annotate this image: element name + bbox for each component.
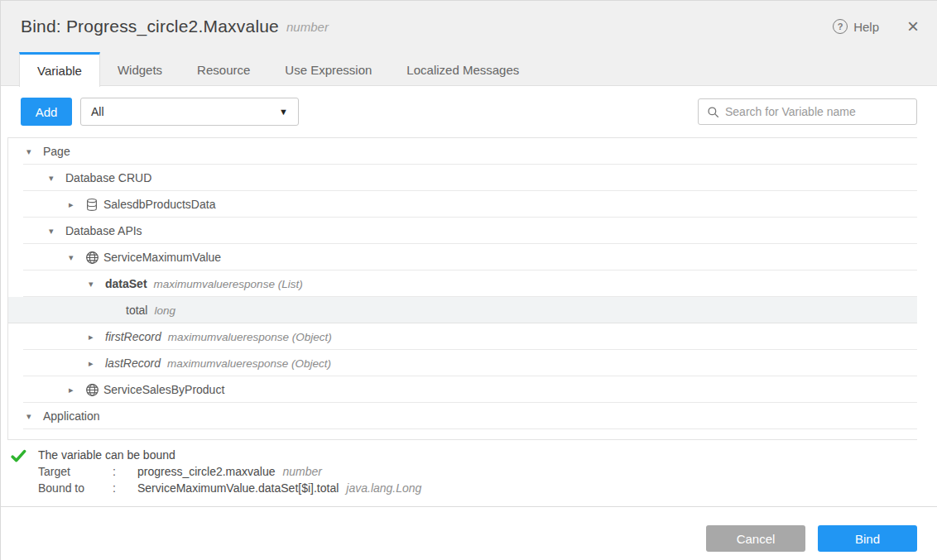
status-boundto-label: Bound to: [38, 480, 113, 496]
search-box: [698, 98, 917, 125]
dialog-footer: Cancel Bind: [1, 507, 937, 552]
bind-status-panel: The variable can be bound Target : progr…: [1, 440, 937, 507]
dialog-title: Bind: Progress_circle2.Maxvalue: [21, 17, 279, 36]
tree-row-servicesalesbyproduct[interactable]: ▸ ServiceSalesByProduct: [8, 376, 917, 403]
tree-row-page[interactable]: ▾ Page: [8, 138, 917, 165]
status-separator: :: [113, 463, 137, 480]
tab-resource[interactable]: Resource: [180, 52, 267, 85]
status-boundto-value: ServiceMaximumValue.dataSet[$i].total: [137, 480, 339, 496]
help-icon: ?: [833, 19, 848, 34]
tree-node-label: total: [126, 304, 147, 317]
variable-toolbar: Add All ▼: [1, 86, 937, 137]
tree-row-database-crud[interactable]: ▾ Database CRUD: [8, 165, 917, 191]
status-target-row: Target : progress_circle2.maxvalue numbe…: [38, 463, 421, 480]
status-boundto-row: Bound to : ServiceMaximumValue.dataSet[$…: [38, 480, 421, 496]
help-label: Help: [853, 20, 879, 34]
web-service-icon: [85, 251, 103, 265]
web-service-icon: [85, 383, 103, 397]
status-message: The variable can be bound: [38, 447, 175, 463]
tree-node-type: maximumvalueresponse (Object): [168, 331, 332, 343]
tree-row-dataset[interactable]: ▾ dataSet maximumvalueresponse (List): [8, 270, 917, 297]
tree-node-label: Page: [43, 145, 70, 158]
tree-row-database-apis[interactable]: ▾ Database APIs: [8, 218, 917, 244]
caret-down-icon[interactable]: ▾: [26, 411, 43, 422]
tree-node-label: Database APIs: [65, 224, 142, 237]
status-separator: :: [113, 480, 137, 496]
tab-widgets[interactable]: Widgets: [100, 52, 180, 85]
success-check-icon: [11, 447, 38, 496]
tree-node-type: long: [154, 304, 175, 317]
close-icon[interactable]: ×: [907, 17, 919, 36]
caret-right-icon[interactable]: ▸: [69, 385, 85, 395]
status-target-label: Target: [38, 463, 113, 480]
caret-right-icon[interactable]: ▸: [69, 199, 85, 210]
caret-down-icon[interactable]: ▾: [69, 252, 85, 263]
tab-variable[interactable]: Variable: [19, 52, 100, 87]
variable-tree: ▾ Page ▾ Database CRUD ▸ SalesdbProducts…: [7, 137, 917, 440]
tab-use-expression[interactable]: Use Expression: [267, 52, 389, 85]
tab-bar: Variable Widgets Resource Use Expression…: [1, 52, 937, 86]
bind-dialog: Bind: Progress_circle2.Maxvalue number ?…: [0, 0, 937, 560]
tree-row-firstrecord[interactable]: ▸ firstRecord maximumvalueresponse (Obje…: [8, 323, 917, 350]
bind-button[interactable]: Bind: [818, 525, 917, 552]
database-icon: [85, 198, 103, 212]
variable-filter-select[interactable]: All ▼: [80, 98, 299, 126]
status-target-value: progress_circle2.maxvalue: [137, 463, 276, 480]
tree-node-label: SalesdbProductsData: [103, 198, 215, 211]
tree-row-total-selected[interactable]: total long: [8, 297, 917, 323]
caret-right-icon[interactable]: ▸: [89, 332, 105, 342]
tree-row-salesdbproductsdata[interactable]: ▸ SalesdbProductsData: [8, 191, 917, 218]
tree-node-label: dataSet: [105, 277, 147, 290]
cancel-button[interactable]: Cancel: [706, 525, 805, 552]
status-target-type: number: [283, 463, 322, 480]
tree-node-label: lastRecord: [105, 357, 161, 370]
dialog-header: Bind: Progress_circle2.Maxvalue number ?…: [1, 1, 937, 52]
status-boundto-type: java.lang.Long: [346, 480, 421, 496]
tree-node-label: Application: [43, 409, 100, 423]
tree-row-servicemaximumvalue[interactable]: ▾ ServiceMaximumValue: [8, 244, 917, 270]
help-button[interactable]: ? Help: [833, 19, 879, 34]
caret-down-icon[interactable]: ▾: [89, 279, 105, 290]
tree-node-label: firstRecord: [105, 330, 161, 343]
add-button[interactable]: Add: [21, 98, 72, 126]
caret-down-icon[interactable]: ▾: [26, 146, 43, 157]
tree-node-type: maximumvalueresponse (List): [154, 278, 303, 290]
tree-node-label: Database CRUD: [65, 171, 151, 184]
filter-selected-value: All: [91, 105, 104, 118]
caret-down-icon[interactable]: ▾: [49, 173, 65, 184]
dropdown-arrow-icon: ▼: [279, 107, 288, 117]
search-icon: [707, 106, 719, 118]
caret-right-icon[interactable]: ▸: [89, 358, 105, 369]
tree-node-label: ServiceMaximumValue: [103, 251, 221, 264]
caret-down-icon[interactable]: ▾: [49, 226, 65, 237]
tree-node-type: maximumvalueresponse (Object): [167, 357, 331, 370]
tree-row-application[interactable]: ▾ Application: [8, 403, 917, 429]
tree-node-label: ServiceSalesByProduct: [103, 383, 224, 396]
dialog-title-type-hint: number: [286, 20, 329, 34]
tree-row-lastrecord[interactable]: ▸ lastRecord maximumvalueresponse (Objec…: [8, 350, 917, 376]
search-input[interactable]: [725, 105, 908, 118]
tab-localized-messages[interactable]: Localized Messages: [389, 52, 536, 85]
